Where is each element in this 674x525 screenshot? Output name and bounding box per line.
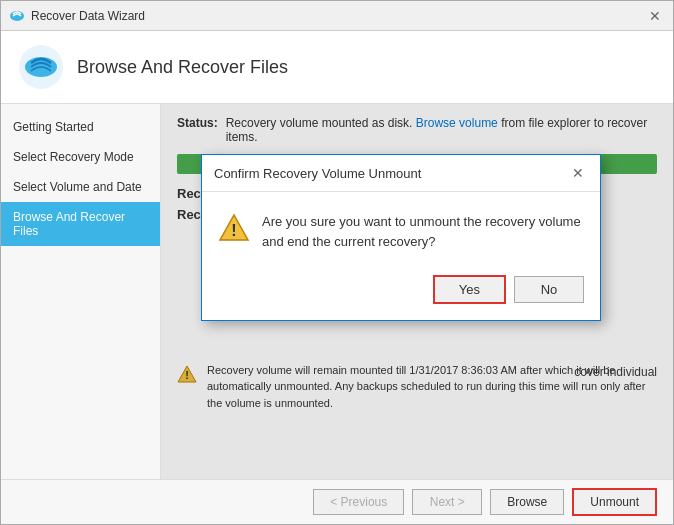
dialog-yes-button[interactable]: Yes [433, 275, 506, 304]
sidebar-item-getting-started[interactable]: Getting Started [1, 112, 160, 142]
content-area: Getting Started Select Recovery Mode Sel… [1, 104, 673, 479]
next-button[interactable]: Next > [412, 489, 482, 515]
main-window: Recover Data Wizard ✕ Browse And Recover… [0, 0, 674, 525]
header-icon [17, 43, 65, 91]
behind-dialog-text: cover individual [574, 365, 657, 379]
dialog-message: Are you sure you want to unmount the rec… [262, 212, 584, 251]
dialog-overlay: Confirm Recovery Volume Unmount ✕ ! Are … [161, 104, 673, 479]
page-title: Browse And Recover Files [77, 57, 288, 78]
main-content: Status: Recovery volume mounted as disk.… [161, 104, 673, 479]
previous-button[interactable]: < Previous [313, 489, 404, 515]
sidebar-item-browse-recover[interactable]: Browse And Recover Files [1, 202, 160, 246]
close-button[interactable]: ✕ [645, 6, 665, 26]
titlebar-left: Recover Data Wizard [9, 8, 145, 24]
app-icon [9, 8, 25, 24]
dialog-no-button[interactable]: No [514, 276, 584, 303]
dialog-body: ! Are you sure you want to unmount the r… [202, 192, 600, 267]
page-header: Browse And Recover Files [1, 31, 673, 104]
dialog-close-button[interactable]: ✕ [568, 163, 588, 183]
confirm-dialog: Confirm Recovery Volume Unmount ✕ ! Are … [201, 154, 601, 321]
svg-text:!: ! [231, 222, 236, 239]
window-title: Recover Data Wizard [31, 9, 145, 23]
dialog-titlebar: Confirm Recovery Volume Unmount ✕ [202, 155, 600, 192]
unmount-button[interactable]: Unmount [572, 488, 657, 516]
browse-button[interactable]: Browse [490, 489, 564, 515]
sidebar: Getting Started Select Recovery Mode Sel… [1, 104, 161, 479]
dialog-warning-icon: ! [218, 212, 250, 244]
footer: < Previous Next > Browse Unmount [1, 479, 673, 524]
sidebar-item-volume-date[interactable]: Select Volume and Date [1, 172, 160, 202]
dialog-footer: Yes No [202, 267, 600, 320]
dialog-title: Confirm Recovery Volume Unmount [214, 166, 421, 181]
titlebar: Recover Data Wizard ✕ [1, 1, 673, 31]
sidebar-item-recovery-mode[interactable]: Select Recovery Mode [1, 142, 160, 172]
